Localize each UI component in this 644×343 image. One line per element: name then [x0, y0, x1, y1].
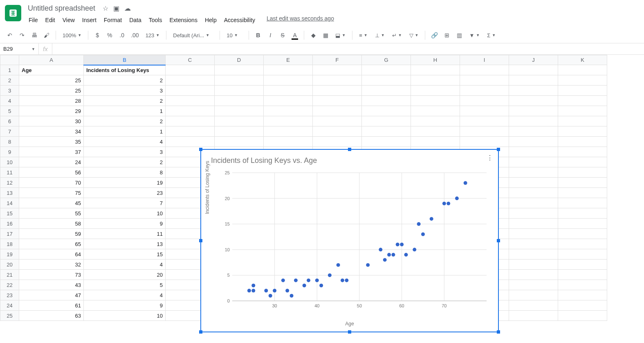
cell[interactable]: 4	[84, 137, 166, 147]
cell[interactable]: 23	[84, 188, 166, 198]
cell[interactable]	[215, 65, 264, 75]
cell[interactable]: 3	[84, 86, 166, 96]
row-header[interactable]: 2	[0, 75, 19, 86]
paint-format-button[interactable]: 🖌	[42, 30, 52, 41]
cell[interactable]: 7	[84, 198, 166, 208]
cell[interactable]	[558, 116, 607, 126]
cell[interactable]	[460, 86, 509, 96]
merge-cells-dropdown[interactable]: ⬓▼	[333, 30, 348, 41]
cell[interactable]	[215, 137, 264, 147]
cell[interactable]	[166, 96, 215, 106]
row-header[interactable]: 14	[0, 198, 19, 208]
cell[interactable]	[215, 96, 264, 106]
cell[interactable]	[558, 167, 607, 178]
cell[interactable]	[509, 208, 558, 219]
vertical-align-dropdown[interactable]: ⊥▼	[372, 30, 387, 41]
decrease-decimal-button[interactable]: .0	[117, 30, 127, 41]
cell[interactable]: 32	[19, 260, 84, 270]
format-currency-button[interactable]: $	[92, 30, 102, 41]
text-color-button[interactable]: A	[290, 30, 300, 41]
row-header[interactable]: 4	[0, 96, 19, 106]
cell[interactable]	[558, 229, 607, 239]
cell[interactable]: 35	[19, 137, 84, 147]
cell[interactable]	[215, 116, 264, 126]
column-header-G[interactable]: G	[362, 55, 411, 65]
cell[interactable]	[558, 157, 607, 167]
row-header[interactable]: 22	[0, 280, 19, 290]
cell[interactable]	[509, 106, 558, 116]
select-all-corner[interactable]	[0, 55, 19, 65]
cell[interactable]: 15	[84, 249, 166, 260]
cell[interactable]: 9	[84, 300, 166, 311]
cell[interactable]: 4	[84, 290, 166, 300]
column-header-E[interactable]: E	[264, 55, 313, 65]
cell[interactable]	[460, 65, 509, 75]
cell[interactable]	[558, 65, 607, 75]
cell[interactable]	[509, 249, 558, 260]
cell[interactable]	[313, 137, 362, 147]
cell[interactable]	[558, 147, 607, 157]
cell[interactable]: 56	[19, 167, 84, 178]
resize-handle-se[interactable]	[497, 330, 500, 334]
cell[interactable]: 5	[84, 280, 166, 290]
increase-decimal-button[interactable]: .00	[129, 30, 140, 41]
cell[interactable]	[558, 96, 607, 106]
cell[interactable]: 4	[84, 260, 166, 270]
cell[interactable]	[558, 106, 607, 116]
cell[interactable]	[313, 75, 362, 86]
redo-button[interactable]: ↷	[17, 30, 27, 41]
chart-object[interactable]: ⋮ Incidents of Losing Keys vs. Age Incid…	[200, 149, 499, 332]
fill-color-button[interactable]: ◆	[308, 30, 318, 41]
column-header-F[interactable]: F	[313, 55, 362, 65]
cell[interactable]	[313, 106, 362, 116]
cell[interactable]	[509, 198, 558, 208]
cell[interactable]	[362, 106, 411, 116]
cell[interactable]: 19	[84, 178, 166, 188]
cell[interactable]	[411, 86, 460, 96]
row-header[interactable]: 11	[0, 167, 19, 178]
cloud-icon[interactable]: ☁	[124, 5, 131, 12]
cell[interactable]: 24	[19, 157, 84, 167]
cell[interactable]	[411, 137, 460, 147]
cell[interactable]: 10	[84, 311, 166, 321]
cell[interactable]	[215, 126, 264, 137]
cell[interactable]: 11	[84, 229, 166, 239]
column-header-D[interactable]: D	[215, 55, 264, 65]
font-size-dropdown[interactable]: 10▼	[224, 30, 245, 41]
cell[interactable]	[215, 75, 264, 86]
cell[interactable]: 20	[84, 270, 166, 280]
zoom-dropdown[interactable]: 100%▼	[60, 30, 84, 41]
cell[interactable]	[558, 198, 607, 208]
insert-comment-button[interactable]: ⊞	[442, 30, 452, 41]
row-header[interactable]: 6	[0, 116, 19, 126]
column-header-B[interactable]: B	[84, 55, 166, 65]
cell[interactable]	[362, 96, 411, 106]
italic-button[interactable]: I	[265, 30, 275, 41]
bold-button[interactable]: B	[253, 30, 263, 41]
row-header[interactable]: 8	[0, 137, 19, 147]
name-box[interactable]: B29▼	[0, 43, 39, 54]
cell[interactable]	[166, 65, 215, 75]
cell[interactable]	[264, 116, 313, 126]
format-percent-button[interactable]: %	[105, 30, 114, 41]
resize-handle-nw[interactable]	[199, 148, 202, 151]
cell[interactable]	[509, 137, 558, 147]
cell[interactable]	[509, 147, 558, 157]
text-rotation-dropdown[interactable]: ▽▼	[407, 30, 421, 41]
cell[interactable]	[558, 290, 607, 300]
cell[interactable]	[362, 86, 411, 96]
cell[interactable]	[411, 75, 460, 86]
menu-edit[interactable]: Edit	[42, 15, 58, 25]
column-header-I[interactable]: I	[460, 55, 509, 65]
cell[interactable]	[558, 188, 607, 198]
cell[interactable]	[558, 300, 607, 311]
cell[interactable]: 30	[19, 116, 84, 126]
cell[interactable]	[509, 126, 558, 137]
cell[interactable]	[264, 126, 313, 137]
cell[interactable]	[558, 137, 607, 147]
cell[interactable]: 2	[84, 75, 166, 86]
cell[interactable]	[264, 137, 313, 147]
row-header[interactable]: 25	[0, 311, 19, 321]
menu-tools[interactable]: Tools	[146, 15, 166, 25]
cell[interactable]	[166, 126, 215, 137]
